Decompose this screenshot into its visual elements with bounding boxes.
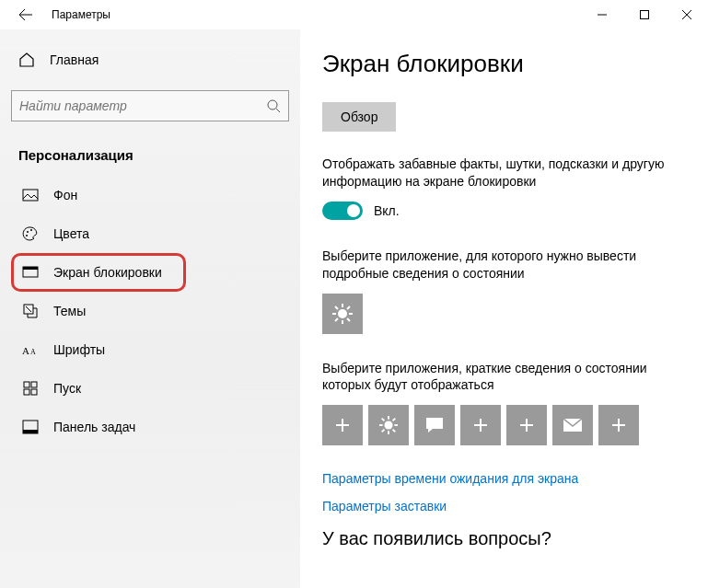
sidebar-item-label: Фон xyxy=(53,188,77,202)
plus-icon xyxy=(472,417,489,433)
quick-app-tile-add[interactable] xyxy=(506,405,547,445)
search-box[interactable] xyxy=(11,90,289,121)
screensaver-link[interactable]: Параметры заставки xyxy=(322,499,686,513)
search-icon xyxy=(266,98,281,113)
window-controls xyxy=(581,0,708,29)
arrow-left-icon xyxy=(18,7,33,22)
start-icon xyxy=(22,380,39,397)
svg-rect-14 xyxy=(31,382,37,387)
sidebar-item-label: Шрифты xyxy=(53,342,105,357)
svg-line-25 xyxy=(347,318,350,321)
facts-toggle[interactable] xyxy=(322,202,363,220)
sidebar-item-background[interactable]: Фон xyxy=(11,176,289,214)
plus-icon xyxy=(610,417,627,433)
back-button[interactable] xyxy=(13,2,39,28)
minimize-button[interactable] xyxy=(581,0,623,29)
maximize-button[interactable] xyxy=(623,0,666,29)
svg-line-36 xyxy=(393,430,396,432)
help-heading: У вас появились вопросы? xyxy=(322,528,686,549)
svg-rect-1 xyxy=(641,11,649,19)
quick-app-tile-add[interactable] xyxy=(322,405,363,445)
chat-icon xyxy=(425,417,444,433)
svg-line-24 xyxy=(335,306,338,309)
palette-icon xyxy=(22,225,39,242)
sidebar: Главная Персонализация Фон Цвета Э xyxy=(0,29,300,588)
fonts-icon: AA xyxy=(22,341,39,358)
screen-timeout-link[interactable]: Параметры времени ожидания для экрана xyxy=(322,471,686,486)
svg-line-35 xyxy=(382,419,385,421)
sidebar-item-lockscreen[interactable]: Экран блокировки xyxy=(11,253,186,292)
svg-point-5 xyxy=(27,231,29,233)
home-link[interactable]: Главная xyxy=(11,46,289,74)
sidebar-item-label: Цвета xyxy=(53,226,89,241)
taskbar-icon xyxy=(22,419,39,435)
svg-rect-9 xyxy=(23,267,38,270)
sidebar-item-label: Панель задач xyxy=(53,420,135,434)
svg-rect-16 xyxy=(31,389,37,395)
category-title: Персонализация xyxy=(11,144,289,176)
picture-icon xyxy=(22,187,39,203)
svg-point-19 xyxy=(338,309,347,318)
svg-point-30 xyxy=(384,421,392,430)
content-pane: Экран блокировки Обзор Отображать забавн… xyxy=(300,29,708,588)
mail-icon xyxy=(563,419,582,432)
svg-line-27 xyxy=(347,306,350,309)
minimize-icon xyxy=(598,10,607,19)
detail-app-row xyxy=(322,294,686,334)
svg-rect-13 xyxy=(24,382,29,387)
maximize-icon xyxy=(640,10,649,19)
toggle-label: Вкл. xyxy=(374,203,400,218)
search-input[interactable] xyxy=(19,98,266,113)
weather-icon xyxy=(379,416,398,434)
sidebar-item-label: Пуск xyxy=(53,381,81,396)
detail-app-tile[interactable] xyxy=(322,294,363,334)
sidebar-item-colors[interactable]: Цвета xyxy=(11,214,289,253)
svg-text:A: A xyxy=(30,348,36,356)
page-title: Экран блокировки xyxy=(322,50,686,78)
lockscreen-icon xyxy=(22,264,39,281)
svg-rect-18 xyxy=(23,430,38,433)
close-icon xyxy=(682,10,691,19)
overview-button[interactable]: Обзор xyxy=(322,102,396,132)
sidebar-item-themes[interactable]: Темы xyxy=(11,292,289,330)
themes-icon xyxy=(22,303,39,319)
quick-app-tile-add[interactable] xyxy=(598,405,639,445)
sidebar-item-taskbar[interactable]: Панель задач xyxy=(11,408,289,446)
quick-apps-description: Выберите приложения, краткие сведения о … xyxy=(322,360,686,395)
home-label: Главная xyxy=(50,52,99,67)
quick-app-tile-weather[interactable] xyxy=(368,405,409,445)
sidebar-item-label: Экран блокировки xyxy=(53,265,162,280)
quick-app-tile-add[interactable] xyxy=(460,405,501,445)
svg-line-37 xyxy=(382,430,385,432)
svg-text:A: A xyxy=(22,345,29,356)
detail-app-description: Выберите приложение, для которого нужно … xyxy=(322,248,686,282)
svg-point-2 xyxy=(268,100,277,110)
svg-rect-4 xyxy=(23,190,38,201)
facts-description: Отображать забавные факты, шутки, подска… xyxy=(322,156,686,190)
sidebar-item-label: Темы xyxy=(53,304,86,318)
svg-line-26 xyxy=(335,318,338,321)
sidebar-item-fonts[interactable]: AA Шрифты xyxy=(11,330,289,369)
close-button[interactable] xyxy=(666,0,708,29)
home-icon xyxy=(18,52,35,68)
sidebar-item-start[interactable]: Пуск xyxy=(11,369,289,408)
quick-app-tile-mail[interactable] xyxy=(552,405,593,445)
weather-icon xyxy=(332,304,353,324)
titlebar: Параметры xyxy=(0,0,708,29)
svg-point-7 xyxy=(26,235,28,236)
window-title: Параметры xyxy=(52,8,110,21)
svg-rect-15 xyxy=(24,389,29,395)
quick-app-tile-messages[interactable] xyxy=(414,405,455,445)
svg-line-3 xyxy=(276,109,280,112)
svg-line-38 xyxy=(393,419,396,421)
svg-point-6 xyxy=(30,229,32,231)
plus-icon xyxy=(334,417,351,433)
quick-apps-row xyxy=(322,405,686,445)
plus-icon xyxy=(518,417,535,433)
facts-toggle-row: Вкл. xyxy=(322,202,686,220)
